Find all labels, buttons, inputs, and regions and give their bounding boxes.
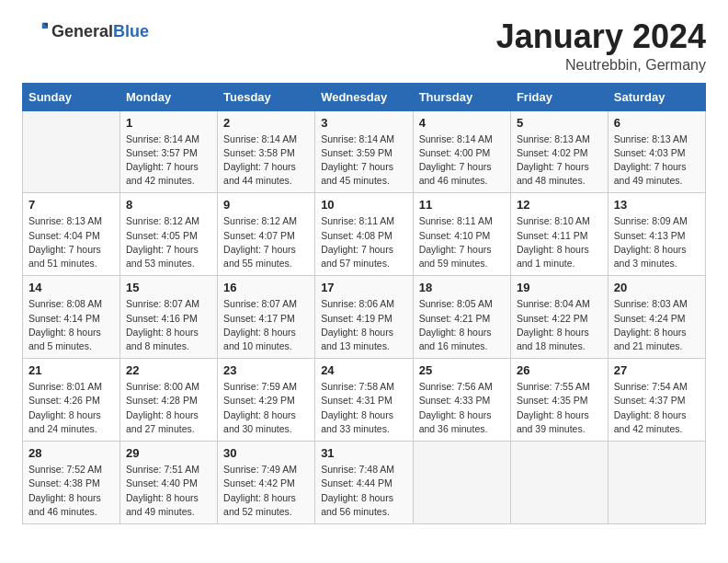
calendar-week-4: 21Sunrise: 8:01 AMSunset: 4:26 PMDayligh… — [23, 359, 706, 442]
day-info: Sunrise: 8:12 AMSunset: 4:05 PMDaylight:… — [126, 214, 211, 270]
calendar-cell: 28Sunrise: 7:52 AMSunset: 4:38 PMDayligh… — [23, 442, 120, 524]
day-info: Sunrise: 7:58 AMSunset: 4:31 PMDaylight:… — [321, 380, 407, 436]
calendar-cell: 13Sunrise: 8:09 AMSunset: 4:13 PMDayligh… — [608, 193, 705, 276]
day-number: 10 — [321, 198, 407, 212]
col-header-monday: Monday — [120, 83, 218, 110]
day-number: 16 — [223, 281, 309, 294]
day-info: Sunrise: 8:14 AMSunset: 3:59 PMDaylight:… — [321, 132, 407, 189]
day-number: 2 — [223, 116, 309, 130]
calendar-cell: 6Sunrise: 8:13 AMSunset: 4:03 PMDaylight… — [608, 110, 705, 193]
day-info: Sunrise: 8:00 AMSunset: 4:28 PMDaylight:… — [126, 380, 211, 436]
day-number: 30 — [223, 446, 309, 460]
calendar-cell: 8Sunrise: 8:12 AMSunset: 4:05 PMDaylight… — [120, 193, 218, 276]
day-info: Sunrise: 7:55 AMSunset: 4:35 PMDaylight:… — [517, 380, 602, 436]
calendar-cell: 23Sunrise: 7:59 AMSunset: 4:29 PMDayligh… — [218, 359, 315, 442]
calendar-week-3: 14Sunrise: 8:08 AMSunset: 4:14 PMDayligh… — [23, 276, 706, 359]
day-number: 26 — [517, 363, 602, 377]
day-info: Sunrise: 8:01 AMSunset: 4:26 PMDaylight:… — [28, 380, 114, 436]
day-info: Sunrise: 8:11 AMSunset: 4:08 PMDaylight:… — [321, 214, 407, 270]
col-header-saturday: Saturday — [608, 83, 705, 110]
day-info: Sunrise: 8:12 AMSunset: 4:07 PMDaylight:… — [223, 214, 309, 270]
col-header-friday: Friday — [510, 83, 608, 110]
day-number: 12 — [517, 198, 602, 212]
calendar-cell: 2Sunrise: 8:14 AMSunset: 3:58 PMDaylight… — [218, 110, 315, 193]
col-header-tuesday: Tuesday — [218, 83, 315, 110]
calendar-cell: 11Sunrise: 8:11 AMSunset: 4:10 PMDayligh… — [413, 193, 510, 276]
day-number: 25 — [419, 363, 505, 377]
day-number: 13 — [614, 198, 700, 212]
calendar-cell: 31Sunrise: 7:48 AMSunset: 4:44 PMDayligh… — [315, 442, 414, 524]
calendar-cell — [510, 442, 608, 524]
calendar-cell — [23, 110, 120, 193]
calendar-cell: 12Sunrise: 8:10 AMSunset: 4:11 PMDayligh… — [510, 193, 608, 276]
calendar-cell: 29Sunrise: 7:51 AMSunset: 4:40 PMDayligh… — [120, 442, 218, 524]
day-number: 9 — [223, 198, 309, 212]
day-number: 6 — [614, 116, 700, 130]
day-info: Sunrise: 8:13 AMSunset: 4:02 PMDaylight:… — [517, 132, 602, 189]
calendar-cell: 10Sunrise: 8:11 AMSunset: 4:08 PMDayligh… — [315, 193, 414, 276]
day-number: 17 — [321, 281, 407, 294]
day-number: 24 — [321, 363, 407, 377]
day-info: Sunrise: 8:14 AMSunset: 3:57 PMDaylight:… — [126, 132, 211, 189]
page-header: GeneralBlue January 2024 Neutrebbin, Ger… — [22, 18, 706, 74]
calendar-cell: 9Sunrise: 8:12 AMSunset: 4:07 PMDaylight… — [218, 193, 315, 276]
day-info: Sunrise: 7:56 AMSunset: 4:33 PMDaylight:… — [419, 380, 505, 436]
day-info: Sunrise: 7:54 AMSunset: 4:37 PMDaylight:… — [614, 380, 700, 436]
calendar-cell — [608, 442, 705, 524]
calendar-week-5: 28Sunrise: 7:52 AMSunset: 4:38 PMDayligh… — [23, 442, 706, 524]
day-info: Sunrise: 8:10 AMSunset: 4:11 PMDaylight:… — [517, 214, 602, 270]
calendar-cell: 25Sunrise: 7:56 AMSunset: 4:33 PMDayligh… — [413, 359, 510, 442]
col-header-thursday: Thursday — [413, 83, 510, 110]
day-info: Sunrise: 7:49 AMSunset: 4:42 PMDaylight:… — [223, 463, 309, 519]
day-info: Sunrise: 7:51 AMSunset: 4:40 PMDaylight:… — [126, 463, 211, 519]
location-subtitle: Neutrebbin, Germany — [496, 57, 706, 74]
day-number: 8 — [126, 198, 211, 212]
day-info: Sunrise: 8:06 AMSunset: 4:19 PMDaylight:… — [321, 297, 407, 353]
calendar-table: SundayMondayTuesdayWednesdayThursdayFrid… — [22, 83, 706, 524]
day-number: 31 — [321, 446, 407, 460]
day-info: Sunrise: 8:13 AMSunset: 4:03 PMDaylight:… — [614, 132, 700, 189]
day-number: 20 — [614, 281, 700, 294]
title-block: January 2024 Neutrebbin, Germany — [496, 18, 706, 74]
day-number: 19 — [517, 281, 602, 294]
calendar-cell: 18Sunrise: 8:05 AMSunset: 4:21 PMDayligh… — [413, 276, 510, 359]
day-info: Sunrise: 8:08 AMSunset: 4:14 PMDaylight:… — [28, 297, 114, 353]
calendar-cell: 22Sunrise: 8:00 AMSunset: 4:28 PMDayligh… — [120, 359, 218, 442]
month-title: January 2024 — [496, 18, 706, 55]
day-number: 4 — [419, 116, 505, 130]
day-number: 18 — [419, 281, 505, 294]
day-number: 11 — [419, 198, 505, 212]
calendar-cell: 20Sunrise: 8:03 AMSunset: 4:24 PMDayligh… — [608, 276, 705, 359]
calendar-cell: 7Sunrise: 8:13 AMSunset: 4:04 PMDaylight… — [23, 193, 120, 276]
day-info: Sunrise: 8:03 AMSunset: 4:24 PMDaylight:… — [614, 297, 700, 353]
day-number: 5 — [517, 116, 602, 130]
day-info: Sunrise: 8:07 AMSunset: 4:16 PMDaylight:… — [126, 297, 211, 353]
calendar-cell: 30Sunrise: 7:49 AMSunset: 4:42 PMDayligh… — [218, 442, 315, 524]
day-info: Sunrise: 7:48 AMSunset: 4:44 PMDaylight:… — [321, 463, 407, 519]
calendar-cell: 14Sunrise: 8:08 AMSunset: 4:14 PMDayligh… — [23, 276, 120, 359]
calendar-cell: 3Sunrise: 8:14 AMSunset: 3:59 PMDaylight… — [315, 110, 414, 193]
calendar-week-2: 7Sunrise: 8:13 AMSunset: 4:04 PMDaylight… — [23, 193, 706, 276]
day-info: Sunrise: 8:13 AMSunset: 4:04 PMDaylight:… — [28, 214, 114, 270]
day-info: Sunrise: 8:14 AMSunset: 3:58 PMDaylight:… — [223, 132, 309, 189]
day-info: Sunrise: 8:11 AMSunset: 4:10 PMDaylight:… — [419, 214, 505, 270]
day-number: 28 — [28, 446, 114, 460]
day-info: Sunrise: 8:05 AMSunset: 4:21 PMDaylight:… — [419, 297, 505, 353]
calendar-cell: 27Sunrise: 7:54 AMSunset: 4:37 PMDayligh… — [608, 359, 705, 442]
day-number: 21 — [28, 363, 114, 377]
calendar-cell: 17Sunrise: 8:06 AMSunset: 4:19 PMDayligh… — [315, 276, 414, 359]
logo-general-text: GeneralBlue — [51, 22, 149, 41]
calendar-week-1: 1Sunrise: 8:14 AMSunset: 3:57 PMDaylight… — [23, 110, 706, 193]
calendar-cell: 26Sunrise: 7:55 AMSunset: 4:35 PMDayligh… — [510, 359, 608, 442]
col-header-wednesday: Wednesday — [315, 83, 414, 110]
calendar-cell: 1Sunrise: 8:14 AMSunset: 3:57 PMDaylight… — [120, 110, 218, 193]
day-number: 3 — [321, 116, 407, 130]
calendar-cell — [413, 442, 510, 524]
day-number: 1 — [126, 116, 211, 130]
calendar-cell: 24Sunrise: 7:58 AMSunset: 4:31 PMDayligh… — [315, 359, 414, 442]
logo-icon — [22, 18, 48, 44]
calendar-cell: 5Sunrise: 8:13 AMSunset: 4:02 PMDaylight… — [510, 110, 608, 193]
day-number: 7 — [28, 198, 114, 212]
calendar-cell: 4Sunrise: 8:14 AMSunset: 4:00 PMDaylight… — [413, 110, 510, 193]
day-info: Sunrise: 7:52 AMSunset: 4:38 PMDaylight:… — [28, 463, 114, 519]
